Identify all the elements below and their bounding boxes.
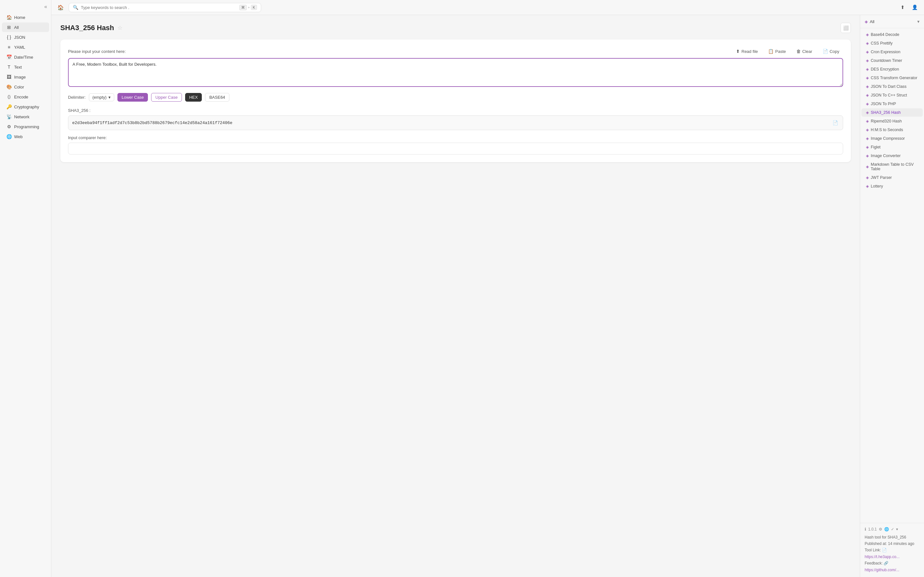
- filter-label: All: [870, 19, 874, 24]
- favorite-star-icon[interactable]: ☆: [118, 24, 123, 31]
- globe-icon[interactable]: 🌐: [884, 527, 889, 532]
- account-button[interactable]: 👤: [910, 3, 919, 12]
- input-label: Please input your content here:: [68, 49, 126, 54]
- right-panel-item-css-prettify[interactable]: ◈CSS Prettify: [861, 39, 923, 47]
- sidebar-item-text[interactable]: TText: [2, 62, 49, 72]
- sidebar-item-json[interactable]: { }JSON: [2, 32, 49, 42]
- comparer-input[interactable]: [68, 143, 843, 155]
- upper-case-button[interactable]: Upper Case: [151, 93, 182, 102]
- read-file-icon: ⬆: [736, 49, 740, 54]
- hex-format-button[interactable]: HEX: [185, 93, 202, 102]
- right-panel-item-json-to-dart-class[interactable]: ◈JSON To Dart Class: [861, 82, 923, 91]
- sidebar-label-programming: Programming: [14, 124, 39, 129]
- copy-label: Copy: [830, 49, 839, 54]
- footer-feedback-link[interactable]: https://github.com/...: [865, 568, 899, 572]
- right-panel-item-json-to-c++-struct[interactable]: ◈JSON To C++ Struct: [861, 91, 923, 99]
- right-panel-item-sha3_256-hash[interactable]: ◈SHA3_256 Hash: [861, 108, 923, 117]
- read-file-label: Read file: [741, 49, 758, 54]
- rp-label: Ripemd320 Hash: [871, 119, 902, 123]
- sidebar-item-programming[interactable]: ⚙Programming: [2, 122, 49, 131]
- web-icon: 🌐: [6, 134, 11, 139]
- right-panel-item-des-encryption[interactable]: ◈DES Encryption: [861, 65, 923, 73]
- share-button[interactable]: ⬆: [898, 3, 907, 12]
- sidebar-collapse-btn[interactable]: «: [0, 3, 51, 12]
- rp-icon: ◈: [866, 164, 869, 169]
- footer-feedback-row: Feedback: 🔗 https://github.com/...: [865, 560, 919, 573]
- sidebar-label-network: Network: [14, 114, 29, 119]
- rp-icon: ◈: [866, 119, 869, 123]
- sidebar-label-color: Color: [14, 85, 24, 89]
- lower-case-button[interactable]: Lower Case: [118, 93, 148, 102]
- right-panel-item-image-compressor[interactable]: ◈Image Compressor: [861, 134, 923, 143]
- right-panel-item-countdown-timer[interactable]: ◈Countdown Timer: [861, 56, 923, 65]
- sidebar-item-yaml[interactable]: ≡YAML: [2, 42, 49, 52]
- rp-label: Countdown Timer: [871, 58, 902, 63]
- chevron-down-icon[interactable]: ▾: [917, 19, 919, 24]
- chevron-footer-icon[interactable]: ▾: [896, 527, 898, 532]
- panel-toggle-button[interactable]: ⬜: [841, 23, 851, 33]
- sidebar-label-yaml: YAML: [14, 45, 25, 50]
- shortcut-plus: +: [248, 5, 250, 9]
- sidebar-item-home[interactable]: 🏠Home: [2, 13, 49, 22]
- copy-button[interactable]: 📄 Copy: [819, 47, 843, 55]
- tool-title: SHA3_256 Hash: [60, 24, 114, 32]
- input-label-row: Please input your content here: ⬆ Read f…: [68, 47, 843, 55]
- yaml-icon: ≡: [6, 45, 11, 50]
- rp-label: DES Encryption: [871, 67, 899, 71]
- right-panel-item-markdown-table-to-csv-table[interactable]: ◈Markdown Table to CSV Table: [861, 160, 923, 173]
- right-panel-item-jwt-parser[interactable]: ◈JWT Parser: [861, 173, 923, 182]
- footer-tool-link-label: Tool Link:: [865, 548, 881, 552]
- sidebar-label-datetime: Date/Time: [14, 55, 33, 60]
- sidebar-item-cryptography[interactable]: 🔑Cryptography: [2, 102, 49, 111]
- right-panel-item-h:m:s-to-seconds[interactable]: ◈H:M:S to Seconds: [861, 126, 923, 134]
- footer-version: ℹ 1.0.1 ⚙ 🌐 ✓ ▾: [865, 527, 919, 532]
- chevron-down-icon: ▾: [108, 95, 111, 100]
- rp-label: Image Compressor: [871, 136, 905, 141]
- delimiter-select[interactable]: (empty) ▾: [89, 93, 114, 101]
- result-label: SHA3_256 :: [68, 108, 843, 113]
- sidebar-item-image[interactable]: 🖼Image: [2, 72, 49, 82]
- sidebar-item-color[interactable]: 🎨Color: [2, 82, 49, 92]
- paste-button[interactable]: 📋 Paste: [764, 47, 790, 55]
- clear-button[interactable]: 🗑 Clear: [792, 47, 816, 55]
- rp-icon: ◈: [866, 145, 869, 149]
- settings-icon[interactable]: ⚙: [879, 527, 882, 532]
- right-panel-item-css-transform-generator[interactable]: ◈CSS Transform Generator: [861, 74, 923, 82]
- right-panel-item-image-converter[interactable]: ◈Image Converter: [861, 152, 923, 160]
- clear-icon: 🗑: [796, 49, 801, 54]
- sidebar-item-all[interactable]: ⊞All: [2, 23, 49, 32]
- rp-label: CSS Prettify: [871, 41, 893, 45]
- read-file-button[interactable]: ⬆ Read file: [732, 47, 762, 55]
- right-panel-item-base64-decode[interactable]: ◈Base64 Decode: [861, 31, 923, 39]
- input-textarea[interactable]: [68, 58, 843, 87]
- datetime-icon: 📅: [6, 55, 11, 60]
- search-input[interactable]: [81, 5, 237, 10]
- programming-icon: ⚙: [6, 124, 11, 129]
- rp-label: H:M:S to Seconds: [871, 127, 903, 132]
- footer-feedback-label: Feedback:: [865, 561, 883, 566]
- right-panel-item-ripemd320-hash[interactable]: ◈Ripemd320 Hash: [861, 117, 923, 125]
- shortcut-cmd: ⌘: [239, 5, 247, 10]
- rp-label: JSON To Dart Class: [871, 84, 907, 89]
- footer-tool-link-icon: 📄: [882, 548, 887, 552]
- delimiter-row: Delimiter: (empty) ▾ Lower Case Upper Ca…: [68, 93, 843, 102]
- rp-icon: ◈: [866, 84, 869, 89]
- base64-format-button[interactable]: BASE64: [205, 93, 229, 102]
- sidebar-item-datetime[interactable]: 📅Date/Time: [2, 52, 49, 62]
- right-panel-filter: ◈ All: [865, 19, 874, 24]
- rp-icon: ◈: [866, 153, 869, 158]
- sidebar-item-web[interactable]: 🌐Web: [2, 132, 49, 141]
- right-panel-item-lottery[interactable]: ◈Lottery: [861, 182, 923, 190]
- right-panel-item-figlet[interactable]: ◈Figlet: [861, 143, 923, 151]
- rp-label: Markdown Table to CSV Table: [871, 162, 918, 171]
- rp-label: JSON To PHP: [871, 102, 896, 106]
- rp-icon: ◈: [866, 127, 869, 132]
- sidebar-item-network[interactable]: 📡Network: [2, 112, 49, 121]
- right-panel-item-cron-expression[interactable]: ◈Cron Expression: [861, 48, 923, 56]
- sidebar-item-encode[interactable]: ⟨⟩Encode: [2, 92, 49, 102]
- copy-result-button[interactable]: 📄: [831, 119, 839, 127]
- home-button[interactable]: 🏠: [56, 3, 65, 12]
- right-panel: ◈ All ▾ ◈Base64 Decode◈CSS Prettify◈Cron…: [860, 15, 924, 577]
- right-panel-item-json-to-php[interactable]: ◈JSON To PHP: [861, 100, 923, 108]
- footer-tool-link[interactable]: https://t.he3app.co...: [865, 554, 900, 559]
